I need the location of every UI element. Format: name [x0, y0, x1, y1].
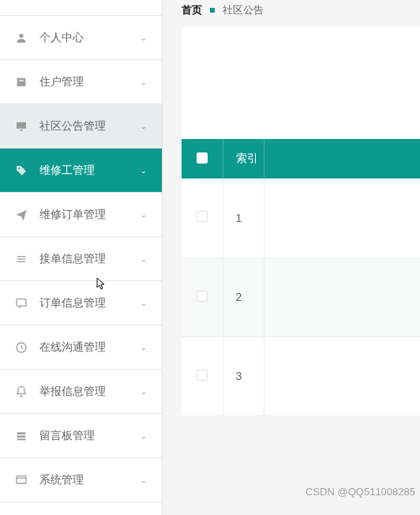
- table-header-checkbox[interactable]: [182, 139, 223, 179]
- sidebar-item-label: 举报信息管理: [39, 385, 140, 399]
- checkbox-icon[interactable]: [197, 291, 208, 302]
- chevron-down-icon: ⌄: [140, 388, 148, 396]
- monitor-icon: [14, 119, 28, 133]
- sidebar-item-label: 社区公告管理: [39, 119, 140, 133]
- svg-rect-14: [17, 476, 26, 483]
- chevron-down-icon: ⌄: [140, 34, 148, 42]
- sidebar-item-label: 个人中心: [39, 31, 140, 45]
- sidebar-item-2[interactable]: 社区公告管理⌄: [0, 104, 162, 148]
- chevron-down-icon: ⌄: [140, 299, 148, 307]
- sidebar-item-label: 订单信息管理: [39, 296, 140, 310]
- watermark: CSDN @QQ511008285: [306, 486, 415, 498]
- chevron-down-icon: ⌄: [140, 122, 148, 130]
- sidebar-item-label: 维修订单管理: [39, 208, 140, 222]
- checkbox-icon[interactable]: [197, 152, 208, 164]
- svg-rect-13: [17, 438, 26, 440]
- box-icon: [14, 75, 28, 89]
- sidebar-item-label: 系统管理: [39, 473, 140, 487]
- svg-rect-3: [17, 122, 26, 128]
- checkbox-icon[interactable]: [197, 370, 208, 381]
- layers-icon: [14, 429, 28, 443]
- svg-rect-12: [17, 435, 26, 438]
- sidebar-item-9[interactable]: 留言板管理⌄: [0, 414, 162, 458]
- sidebar-item-label: 在线沟通管理: [39, 340, 140, 355]
- chevron-down-icon: ⌄: [140, 432, 148, 440]
- row-index-cell: 3: [223, 336, 264, 415]
- sidebar-item-6[interactable]: 订单信息管理⌄: [0, 281, 162, 325]
- row-index-cell: 1: [223, 179, 264, 258]
- table-row[interactable]: 3: [182, 336, 420, 415]
- table-header-spacer: [264, 139, 420, 179]
- menu-spacer: [0, 0, 162, 16]
- svg-rect-2: [19, 80, 23, 81]
- sidebar-item-8[interactable]: 举报信息管理⌄: [0, 370, 162, 414]
- svg-rect-1: [17, 77, 26, 86]
- chevron-down-icon: ⌄: [140, 167, 148, 175]
- svg-rect-11: [17, 432, 26, 434]
- send-icon: [14, 208, 28, 222]
- breadcrumb-current: 社区公告: [223, 3, 264, 17]
- breadcrumb-separator-icon: [210, 8, 215, 13]
- user-icon: [14, 31, 28, 45]
- content-card: 索引 123: [182, 27, 420, 416]
- sidebar: 个人中心⌄住户管理⌄社区公告管理⌄维修工管理⌄维修订单管理⌄接单信息管理⌄订单信…: [0, 0, 163, 515]
- chevron-down-icon: ⌄: [140, 211, 148, 219]
- bell-icon: [14, 385, 28, 399]
- svg-point-0: [19, 33, 23, 37]
- checkbox-icon[interactable]: [197, 211, 208, 222]
- data-table: 索引 123: [182, 139, 420, 416]
- tag-icon: [14, 164, 28, 178]
- sidebar-item-4[interactable]: 维修订单管理⌄: [0, 193, 162, 237]
- sidebar-item-7[interactable]: 在线沟通管理⌄: [0, 325, 162, 370]
- chevron-down-icon: ⌄: [140, 255, 148, 263]
- row-checkbox-cell[interactable]: [182, 336, 223, 415]
- chevron-down-icon: ⌄: [140, 78, 148, 86]
- row-checkbox-cell[interactable]: [182, 258, 223, 336]
- row-empty-cell: [264, 258, 420, 336]
- svg-rect-9: [17, 299, 26, 306]
- row-index-cell: 2: [223, 258, 264, 336]
- table-row[interactable]: 2: [182, 258, 420, 336]
- main-content: 首页 社区公告 索引 123: [163, 0, 420, 515]
- sidebar-item-10[interactable]: 系统管理⌄: [0, 458, 162, 502]
- row-checkbox-cell[interactable]: [182, 179, 223, 258]
- sidebar-item-label: 住户管理: [39, 75, 140, 89]
- sidebar-item-label: 维修工管理: [39, 164, 140, 178]
- breadcrumb: 首页 社区公告: [182, 0, 420, 27]
- sidebar-item-label: 留言板管理: [39, 429, 140, 443]
- table-header-index[interactable]: 索引: [223, 139, 264, 179]
- table-row[interactable]: 1: [182, 179, 420, 258]
- sidebar-item-label: 接单信息管理: [39, 252, 140, 266]
- row-empty-cell: [264, 336, 420, 415]
- chevron-down-icon: ⌄: [140, 344, 148, 351]
- clock-icon: [14, 340, 28, 355]
- list-icon: [14, 252, 28, 266]
- svg-rect-4: [20, 130, 23, 130]
- svg-point-5: [18, 167, 20, 169]
- chevron-down-icon: ⌄: [140, 476, 148, 484]
- sidebar-item-5[interactable]: 接单信息管理⌄: [0, 237, 162, 281]
- breadcrumb-home[interactable]: 首页: [182, 3, 202, 17]
- window-icon: [14, 473, 28, 487]
- sidebar-item-0[interactable]: 个人中心⌄: [0, 16, 162, 60]
- sidebar-item-3[interactable]: 维修工管理⌄: [0, 148, 162, 193]
- row-empty-cell: [264, 179, 420, 258]
- chat-icon: [14, 296, 28, 310]
- sidebar-item-1[interactable]: 住户管理⌄: [0, 60, 162, 104]
